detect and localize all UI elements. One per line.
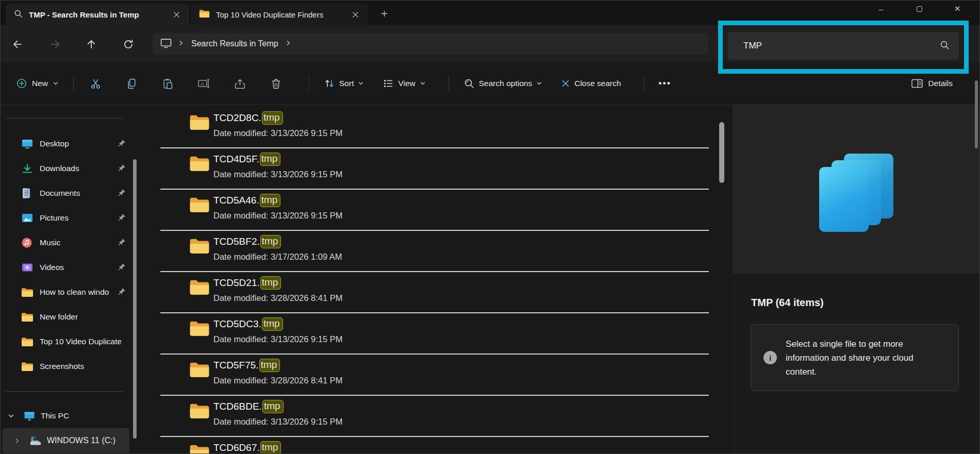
cut-button[interactable] [83,73,108,94]
chevron-right-icon[interactable] [178,39,185,48]
search-match-highlight: tmp [260,194,281,207]
this-pc-icon[interactable] [160,38,172,51]
chevron-down-icon[interactable] [7,412,15,420]
window-controls: – ✕ [870,1,968,17]
file-name: TCD2D8C.tmp [213,111,720,125]
file-date-modified: Date modified: 3/13/2026 9:15 PM [213,211,720,221]
close-search-label: Close search [574,79,621,88]
sidebar-item-documents[interactable]: Documents [1,181,145,206]
back-button[interactable] [8,35,27,54]
sidebar-item-this-pc[interactable]: This PC [1,403,145,428]
view-icon [383,78,394,89]
delete-button[interactable] [263,73,288,94]
refresh-button[interactable] [119,35,138,54]
paste-button[interactable] [155,73,180,94]
sidebar-item-label: How to clean windo [40,288,109,297]
file-list: TCD2D8C.tmp Date modified: 3/13/2026 9:1… [145,105,720,453]
file-row[interactable]: TCD5A46.tmp Date modified: 3/13/2026 9:1… [145,190,720,231]
chevron-right-icon[interactable] [13,436,21,445]
search-match-highlight: tmp [259,359,280,372]
close-button[interactable]: ✕ [946,1,968,16]
see-more-button[interactable]: ••• [654,73,676,94]
file-date-modified: Date modified: 3/13/2026 9:15 PM [213,334,720,344]
folder-icon [189,114,210,131]
pin-icon [117,238,126,247]
file-list-scrollbar[interactable] [719,122,724,183]
sort-button[interactable]: Sort [319,74,369,93]
toolbar-divider [73,76,74,91]
search-match-highlight: tmp [262,111,283,125]
file-row[interactable]: TCD2D8C.tmp Date modified: 3/13/2026 9:1… [145,107,720,148]
clipboard-icon [162,78,174,90]
chevron-down-icon [53,80,59,87]
window-scrollbar[interactable] [975,80,978,148]
sidebar-item-downloads[interactable]: Downloads [1,156,145,181]
new-button[interactable]: New [11,74,64,93]
new-tab-button[interactable] [375,5,393,22]
file-row[interactable]: TCD5DC3.tmp Date modified: 3/13/2026 9:1… [145,313,720,355]
tab-search-results[interactable]: TMP - Search Results in Temp [6,4,189,25]
close-tab-icon[interactable] [170,8,183,21]
tab-video-duplicate-finders[interactable]: Top 10 Video Duplicate Finders [191,4,368,25]
share-button[interactable] [227,73,252,94]
info-card: i Select a single file to get more infor… [751,324,959,391]
file-row[interactable]: TCD4D5F.tmp Date modified: 3/13/2026 9:1… [145,148,720,190]
sidebar-item-new-folder[interactable]: New folder [1,305,145,329]
breadcrumb[interactable]: Search Results in Temp [153,33,708,55]
breadcrumb-path[interactable]: Search Results in Temp [190,39,279,48]
multiple-files-icon [819,154,894,232]
sidebar-item-how-to-clean-windo[interactable]: How to clean windo [1,280,145,305]
sidebar-item-music[interactable]: Music [1,230,145,255]
file-row[interactable]: TCD6D67.tmp [145,437,720,453]
file-name: TCD5DC3.tmp [213,317,720,331]
details-pane: TMP (64 items) i Select a single file to… [733,105,979,453]
sidebar-item-label: Desktop [40,139,69,148]
file-row[interactable]: TCD6BDE.tmp Date modified: 3/13/2026 9:1… [145,396,720,437]
forward-button[interactable] [45,35,65,54]
file-row[interactable]: TCD5D21.tmp Date modified: 3/28/2026 8:4… [145,272,720,313]
selection-summary: TMP (64 items) [751,297,824,309]
copy-button[interactable] [119,73,144,94]
chevron-right-icon[interactable] [285,39,292,48]
up-button[interactable] [81,35,101,54]
view-button[interactable]: View [377,74,430,93]
sidebar-item-top-10-video-duplicate[interactable]: Top 10 Video Duplicate [1,329,145,354]
maximize-button[interactable] [908,1,930,16]
navigation-sidebar: Desktop Downloads Documents Pictures Mus… [1,105,145,453]
chevron-down-icon [536,80,542,87]
folder-icon [21,288,34,297]
videos-icon [21,262,34,273]
pin-icon [117,213,126,223]
close-search-button[interactable]: Close search [556,75,626,92]
search-input[interactable]: TMP [728,32,959,60]
folder-icon [189,196,210,213]
view-label: View [398,79,415,88]
file-date-modified: Date modified: 3/28/2026 8:41 PM [213,376,720,385]
search-match-highlight: tmp [260,276,281,290]
folder-icon [189,155,210,172]
search-match-highlight: tmp [262,400,284,413]
sidebar-item-desktop[interactable]: Desktop [1,131,145,156]
minimize-button[interactable]: – [870,1,892,16]
close-tab-icon[interactable] [348,8,362,21]
rename-button[interactable]: A [191,73,216,94]
sidebar-item-pictures[interactable]: Pictures [1,206,145,230]
sidebar-item-label: Documents [40,189,80,198]
sidebar-item-screenshots[interactable]: Screenshots [1,354,145,379]
sidebar-item-windows-11-c[interactable]: WINDOWS 11 (C:) [1,428,145,453]
sidebar-item-label: Music [40,238,60,247]
details-button[interactable]: Details [905,74,959,93]
file-row[interactable]: TCD5F75.tmp Date modified: 3/28/2026 8:4… [145,355,720,396]
sidebar-scrollbar[interactable] [133,159,137,439]
sidebar-item-videos[interactable]: Videos [1,255,145,280]
sidebar-divider [6,118,123,119]
file-row[interactable]: TCD5BF2.tmp Date modified: 3/17/2026 1:0… [145,231,720,272]
file-name: TCD5BF2.tmp [213,235,720,248]
preview-area [733,105,979,274]
search-icon[interactable] [940,40,950,52]
search-options-label: Search options [479,79,532,88]
search-options-button[interactable]: Search options [458,74,547,93]
folder-icon [189,320,210,337]
file-date-modified: Date modified: 3/28/2026 8:41 PM [213,293,720,303]
search-match-highlight: tmp [260,441,281,453]
